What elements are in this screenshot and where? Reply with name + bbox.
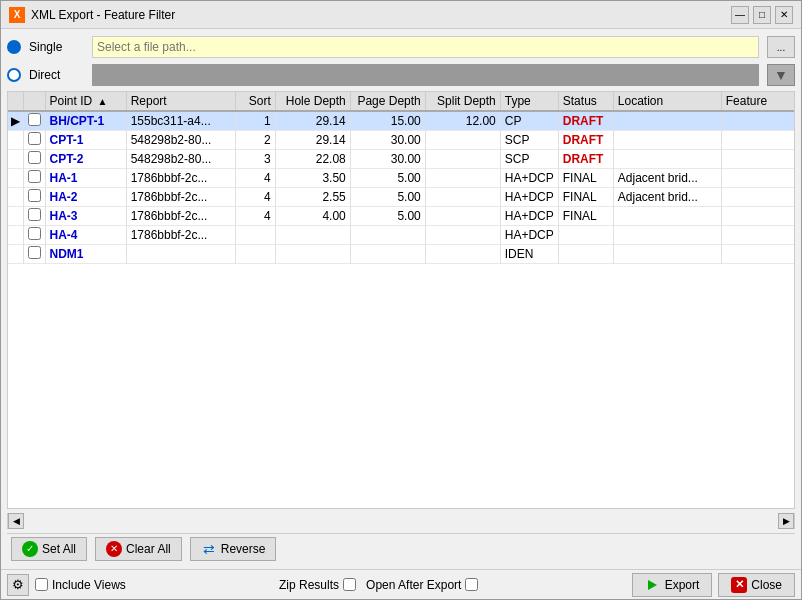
maximize-button[interactable]: □ (753, 6, 771, 24)
cell-report: 1786bbbf-2c... (126, 207, 235, 226)
cell-sort: 3 (235, 150, 275, 169)
zip-results-checkbox[interactable] (343, 578, 356, 591)
scroll-left-button[interactable]: ◀ (8, 513, 24, 529)
th-report[interactable]: Report (126, 92, 235, 111)
table-row[interactable]: CPT-1548298b2-80...229.1430.00SCPDRAFT (8, 131, 794, 150)
table-row[interactable]: HA-21786bbbf-2c...42.555.00HA+DCPFINALAd… (8, 188, 794, 207)
th-feature[interactable]: Feature (721, 92, 794, 111)
app-icon: X (9, 7, 25, 23)
open-after-export-checkbox[interactable] (465, 578, 478, 591)
file-path-input[interactable] (92, 36, 759, 58)
action-bar: ✓ Set All ✕ Clear All ⇄ Reverse (7, 533, 795, 563)
row-arrow (8, 207, 23, 226)
th-hole-depth[interactable]: Hole Depth (275, 92, 350, 111)
cell-type: SCP (500, 131, 558, 150)
row-arrow (8, 169, 23, 188)
table-row[interactable]: HA-11786bbbf-2c...43.505.00HA+DCPFINALAd… (8, 169, 794, 188)
th-split-depth[interactable]: Split Depth (425, 92, 500, 111)
row-checkbox-cell (23, 169, 45, 188)
cell-point-id: HA-3 (45, 207, 126, 226)
close-button[interactable]: ✕ Close (718, 573, 795, 597)
single-label: Single (29, 40, 84, 54)
settings-icon-button[interactable]: ⚙ (7, 574, 29, 596)
direct-label: Direct (29, 68, 84, 82)
table-row[interactable]: NDM1IDEN (8, 245, 794, 264)
row-checkbox[interactable] (28, 113, 41, 126)
cell-page-depth: 30.00 (350, 150, 425, 169)
cell-status: FINAL (558, 207, 613, 226)
row-arrow (8, 226, 23, 245)
export-button[interactable]: Export (632, 573, 713, 597)
clear-all-button[interactable]: ✕ Clear All (95, 537, 182, 561)
cell-sort (235, 245, 275, 264)
cell-sort: 2 (235, 131, 275, 150)
row-checkbox[interactable] (28, 246, 41, 259)
cell-report: 1786bbbf-2c... (126, 226, 235, 245)
close-icon: ✕ (731, 577, 747, 593)
scroll-right-button[interactable]: ▶ (778, 513, 794, 529)
cell-split-depth (425, 169, 500, 188)
footer-middle: Zip Results Open After Export (134, 578, 624, 592)
minimize-button[interactable]: — (731, 6, 749, 24)
cell-status: DRAFT (558, 150, 613, 169)
gear-icon: ⚙ (10, 577, 26, 593)
reverse-icon: ⇄ (201, 541, 217, 557)
table-row[interactable]: HA-41786bbbf-2c...HA+DCP (8, 226, 794, 245)
open-after-export-label: Open After Export (366, 578, 461, 592)
close-label: Close (751, 578, 782, 592)
th-type[interactable]: Type (500, 92, 558, 111)
cell-type: SCP (500, 150, 558, 169)
set-all-button[interactable]: ✓ Set All (11, 537, 87, 561)
table-row[interactable]: HA-31786bbbf-2c...44.005.00HA+DCPFINAL (8, 207, 794, 226)
footer-left: ⚙ Include Views (7, 574, 126, 596)
row-checkbox-cell (23, 188, 45, 207)
data-table: Point ID ▲ Report Sort Hole Depth Page D… (8, 92, 794, 264)
cell-feature (721, 131, 794, 150)
table-row[interactable]: ▶BH/CPT-1155bc311-a4...129.1415.0012.00C… (8, 111, 794, 131)
row-arrow (8, 188, 23, 207)
window-title: XML Export - Feature Filter (31, 8, 175, 22)
scroll-track[interactable] (24, 513, 778, 529)
cell-location (613, 111, 721, 131)
row-checkbox-cell (23, 226, 45, 245)
cell-status: FINAL (558, 169, 613, 188)
row-checkbox[interactable] (28, 170, 41, 183)
row-checkbox[interactable] (28, 208, 41, 221)
cell-feature (721, 207, 794, 226)
single-option-row: Single ... (7, 35, 795, 59)
th-point-id[interactable]: Point ID ▲ (45, 92, 126, 111)
row-checkbox-cell (23, 245, 45, 264)
include-views-checkbox[interactable] (35, 578, 48, 591)
cell-feature (721, 245, 794, 264)
cell-report: 1786bbbf-2c... (126, 169, 235, 188)
direct-arrow-button[interactable]: ▼ (767, 64, 795, 86)
single-radio[interactable] (7, 40, 21, 54)
cell-status: FINAL (558, 188, 613, 207)
row-checkbox[interactable] (28, 227, 41, 240)
cell-feature (721, 188, 794, 207)
cell-type: HA+DCP (500, 226, 558, 245)
direct-radio[interactable] (7, 68, 21, 82)
browse-button[interactable]: ... (767, 36, 795, 58)
cell-type: HA+DCP (500, 207, 558, 226)
row-checkbox-cell (23, 131, 45, 150)
th-page-depth[interactable]: Page Depth (350, 92, 425, 111)
cell-point-id: CPT-2 (45, 150, 126, 169)
row-checkbox-cell (23, 150, 45, 169)
table-row[interactable]: CPT-2548298b2-80...322.0830.00SCPDRAFT (8, 150, 794, 169)
th-location[interactable]: Location (613, 92, 721, 111)
cell-location (613, 245, 721, 264)
close-window-button[interactable]: ✕ (775, 6, 793, 24)
cell-status (558, 226, 613, 245)
reverse-button[interactable]: ⇄ Reverse (190, 537, 277, 561)
cell-hole-depth: 2.55 (275, 188, 350, 207)
th-sort[interactable]: Sort (235, 92, 275, 111)
th-status[interactable]: Status (558, 92, 613, 111)
cell-report (126, 245, 235, 264)
row-checkbox[interactable] (28, 132, 41, 145)
export-label: Export (665, 578, 700, 592)
row-checkbox[interactable] (28, 151, 41, 164)
row-checkbox[interactable] (28, 189, 41, 202)
cell-status (558, 245, 613, 264)
row-checkbox-cell (23, 111, 45, 131)
